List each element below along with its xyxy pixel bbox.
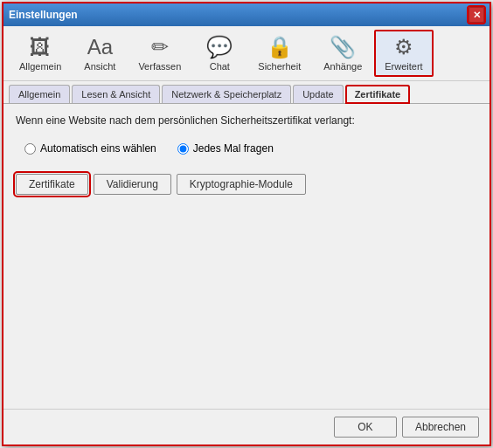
btn-kryptographie[interactable]: Kryptographie-Module [177,174,306,195]
toolbar-btn-chat[interactable]: 💬 Chat [193,30,246,77]
radio-label-ask: Jedes Mal fragen [193,142,274,155]
tab-netzwerk[interactable]: Netzwerk & Speicherplatz [162,85,291,103]
radio-group: Automatisch eins wählenJedes Mal fragen [24,142,477,155]
toolbar-label-chat: Chat [210,61,230,72]
toolbar-btn-verfassen[interactable]: ✏ Verfassen [128,30,191,77]
ok-button[interactable]: OK [334,417,397,438]
toolbar-btn-anhaenge[interactable]: 📎 Anhänge [313,30,372,77]
sicherheit-icon: 🔒 [267,35,293,59]
toolbar-label-verfassen: Verfassen [138,61,181,72]
toolbar-btn-ansicht[interactable]: Aa Ansicht [73,30,126,77]
toolbar-label-anhaenge: Anhänge [323,61,362,72]
button-row: ZertifikateValidierungKryptographie-Modu… [16,174,477,195]
title-bar: Einstellungen ✕ [3,3,490,26]
toolbar-btn-allgemein[interactable]: 🖼 Allgemein [9,30,72,77]
anhaenge-icon: 📎 [330,35,356,59]
tab-zertifikate[interactable]: Zertifikate [345,85,411,104]
tab-allgemein[interactable]: Allgemein [9,85,70,103]
radio-label-auto: Automatisch eins wählen [40,142,156,155]
chat-icon: 💬 [206,35,233,59]
toolbar: 🖼 Allgemein Aa Ansicht ✏ Verfassen 💬 Cha… [3,26,490,81]
toolbar-label-ansicht: Ansicht [84,61,115,72]
toolbar-label-allgemein: Allgemein [19,61,61,72]
description-text: Wenn eine Website nach dem persönlichen … [16,114,477,127]
close-button[interactable]: ✕ [469,7,484,23]
verfassen-icon: ✏ [151,35,169,59]
cancel-button[interactable]: Abbrechen [402,417,479,438]
settings-window: Einstellungen ✕ 🖼 Allgemein Aa Ansicht ✏… [2,2,491,446]
radio-input-auto[interactable] [24,143,36,155]
tab-lesen[interactable]: Lesen & Ansicht [72,85,160,103]
footer: OK Abbrechen [3,409,490,445]
toolbar-label-sicherheit: Sicherheit [258,61,301,72]
ansicht-icon: Aa [87,35,113,59]
window-title: Einstellungen [9,9,78,21]
toolbar-label-erweitert: Erweitert [385,61,422,72]
radio-option-ask[interactable]: Jedes Mal fragen [177,142,274,155]
btn-zertifikate[interactable]: Zertifikate [16,174,88,195]
allgemein-icon: 🖼 [30,35,51,59]
radio-option-auto[interactable]: Automatisch eins wählen [24,142,156,155]
content-area: Wenn eine Website nach dem persönlichen … [3,104,490,409]
erweitert-icon: ⚙ [394,35,413,59]
radio-input-ask[interactable] [177,143,189,155]
toolbar-btn-erweitert[interactable]: ⚙ Erweitert [374,30,433,77]
tab-update[interactable]: Update [293,85,343,103]
btn-validierung[interactable]: Validierung [94,174,171,195]
tab-bar: AllgemeinLesen & AnsichtNetzwerk & Speic… [3,81,490,104]
toolbar-btn-sicherheit[interactable]: 🔒 Sicherheit [247,30,311,77]
